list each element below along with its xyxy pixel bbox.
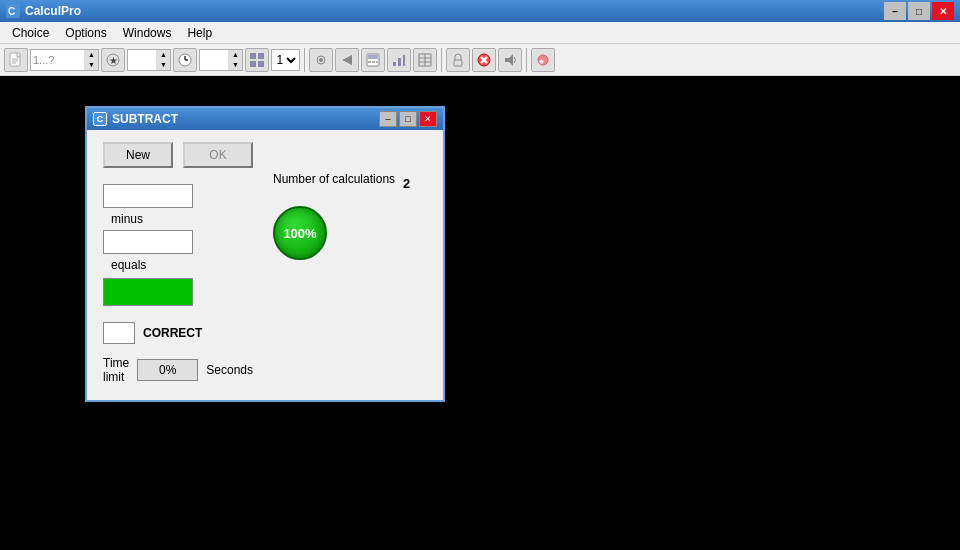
toolbar-separator-3 [526, 48, 527, 72]
svg-rect-13 [250, 61, 256, 67]
spinner-2-arrows: ▲ ▼ [156, 50, 170, 70]
ok-button[interactable]: OK [183, 142, 253, 168]
stamp-icon[interactable]: ♠ [531, 48, 555, 72]
svg-text:♠: ♠ [539, 56, 544, 66]
svg-marker-17 [342, 55, 352, 65]
spinner-3-up[interactable]: ▲ [228, 50, 242, 60]
spinner-1-input[interactable]: 12 [56, 50, 84, 70]
svg-rect-23 [393, 62, 396, 66]
spinner-2-input[interactable]: 10 [128, 50, 156, 70]
main-area: C SUBTRACT – □ ✕ New OK 18 [0, 76, 960, 550]
menu-bar: Choice Options Windows Help [0, 22, 960, 44]
equals-label: equals [111, 258, 253, 272]
new-button[interactable]: New [103, 142, 173, 168]
spinner-3-down[interactable]: ▼ [228, 60, 242, 70]
settings-icon[interactable] [309, 48, 333, 72]
arrow-icon[interactable] [335, 48, 359, 72]
title-bar-controls: – □ ✕ [884, 2, 954, 20]
clock-icon[interactable] [173, 48, 197, 72]
menu-windows[interactable]: Windows [115, 24, 180, 42]
app-icon: C [6, 4, 20, 18]
correct-count-input[interactable]: 2 [103, 322, 135, 344]
svg-rect-25 [403, 55, 405, 66]
percent-circle: 100% [273, 206, 327, 260]
grid-icon[interactable] [245, 48, 269, 72]
spinner-1: 1...? 12 ▲ ▼ [30, 49, 99, 71]
svg-marker-34 [505, 54, 513, 66]
spinner-1-arrows: ▲ ▼ [84, 50, 98, 70]
spinner-2: 10 ▲ ▼ [127, 49, 171, 71]
svg-rect-22 [376, 61, 378, 63]
table-icon[interactable] [413, 48, 437, 72]
correct-label: CORRECT [143, 326, 202, 340]
dialog-maximize-button[interactable]: □ [399, 111, 417, 127]
lock-icon[interactable] [446, 48, 470, 72]
select-1-dropdown[interactable]: 1 2 3 [272, 50, 299, 70]
stop-icon[interactable] [472, 48, 496, 72]
circle-row: 100% [273, 206, 327, 260]
graph-icon[interactable] [387, 48, 411, 72]
toolbar-separator-2 [441, 48, 442, 72]
spinner-3-arrows: ▲ ▼ [228, 50, 242, 70]
time-limit-label: Time limit [103, 356, 129, 384]
svg-text:★: ★ [109, 55, 118, 66]
minimize-button[interactable]: – [884, 2, 906, 20]
svg-text:C: C [8, 6, 15, 17]
stats-column: Number of calculations 2 100% [273, 142, 427, 384]
svg-rect-21 [372, 61, 375, 63]
progress-bar: 0% [137, 359, 198, 381]
difficulty-icon[interactable]: ★ [101, 48, 125, 72]
dialog-title-controls: – □ ✕ [379, 111, 437, 127]
percent-label: 100% [283, 226, 316, 241]
close-button[interactable]: ✕ [932, 2, 954, 20]
select-1[interactable]: 1 2 3 [271, 49, 300, 71]
minus-label: minus [111, 212, 253, 226]
svg-rect-24 [398, 58, 401, 66]
menu-choice[interactable]: Choice [4, 24, 57, 42]
svg-rect-11 [250, 53, 256, 59]
dialog-title-bar: C SUBTRACT – □ ✕ [87, 108, 443, 130]
title-bar: C CalculPro – □ ✕ [0, 0, 960, 22]
time-limit-row: Time limit 0% Seconds [103, 356, 253, 384]
svg-rect-30 [454, 60, 462, 66]
first-number-input[interactable]: 18 [103, 184, 193, 208]
calculations-count: 2 [403, 176, 410, 191]
dialog-minimize-button[interactable]: – [379, 111, 397, 127]
svg-point-16 [319, 58, 323, 62]
menu-help[interactable]: Help [179, 24, 220, 42]
spinner-1-up[interactable]: ▲ [84, 50, 98, 60]
subtract-dialog: C SUBTRACT – □ ✕ New OK 18 [85, 106, 445, 402]
calculations-label: Number of calculations [273, 172, 395, 186]
svg-rect-12 [258, 53, 264, 59]
dialog-close-button[interactable]: ✕ [419, 111, 437, 127]
dialog-body: New OK 18 minus 11 equals 2 CORRECT [87, 130, 443, 400]
result-display [103, 278, 193, 306]
inputs-column: New OK 18 minus 11 equals 2 CORRECT [103, 142, 253, 384]
new-file-icon[interactable] [4, 48, 28, 72]
spinner-2-up[interactable]: ▲ [156, 50, 170, 60]
calculations-row: Number of calculations 2 [273, 172, 410, 194]
svg-rect-20 [368, 61, 371, 63]
spinner-3-input[interactable]: 10 [200, 50, 228, 70]
sound-icon[interactable] [498, 48, 522, 72]
app-title: CalculPro [25, 4, 884, 18]
svg-rect-14 [258, 61, 264, 67]
menu-options[interactable]: Options [57, 24, 114, 42]
spinner-3: 10 ▲ ▼ [199, 49, 243, 71]
dialog-icon: C [93, 112, 107, 126]
progress-percent-label: 0% [159, 363, 176, 377]
calculator-icon[interactable] [361, 48, 385, 72]
dialog-content: New OK 18 minus 11 equals 2 CORRECT [103, 142, 427, 384]
dialog-title: SUBTRACT [112, 112, 379, 126]
second-number-input[interactable]: 11 [103, 230, 193, 254]
maximize-button[interactable]: □ [908, 2, 930, 20]
spinner-1-down[interactable]: ▼ [84, 60, 98, 70]
seconds-label: Seconds [206, 363, 253, 377]
buttons-row: New OK [103, 142, 253, 168]
correct-row: 2 CORRECT [103, 322, 253, 344]
svg-rect-19 [368, 55, 378, 59]
spinner-2-down[interactable]: ▼ [156, 60, 170, 70]
toolbar-separator-1 [304, 48, 305, 72]
toolbar: 1...? 12 ▲ ▼ ★ 10 ▲ ▼ 10 ▲ ▼ 1 2 3 [0, 44, 960, 76]
